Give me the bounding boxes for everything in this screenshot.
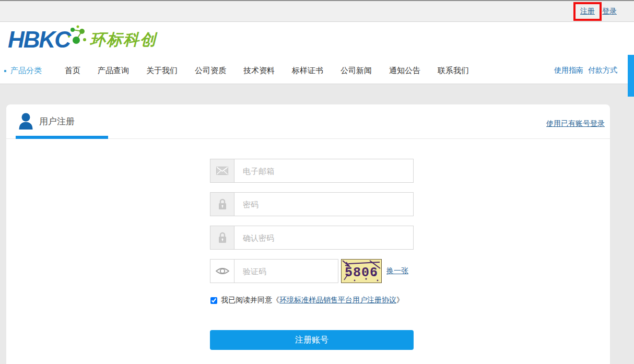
password-field-group [210,192,414,216]
email-field-group [210,159,414,183]
nav-item-about-us[interactable]: 关于我们 [146,66,178,76]
agreement-bracket-close: 》 [396,296,404,305]
nav-item-certificates[interactable]: 标样证书 [292,66,323,76]
captcha-image[interactable]: 5806 [341,259,382,283]
nav-category-label: 产品分类 [10,66,42,76]
confirm-password-field-group [210,226,414,250]
title-underline [16,136,108,139]
mail-icon [210,159,234,182]
top-bar: 注册 登录 [0,0,634,22]
nav-item-contact-us[interactable]: 联系我们 [438,66,469,76]
nav-item-company-news[interactable]: 公司新闻 [341,66,372,76]
nav-item-technical-docs[interactable]: 技术资料 [243,66,275,76]
site-header: HBKC 环标科创 产品分类 首页 产品查询 关于我们 公司资质 技术资料 标样… [0,22,634,84]
user-icon [19,113,33,130]
nav-item-announcements[interactable]: 通知公告 [389,66,420,76]
lock-icon [210,193,234,216]
email-field[interactable] [234,159,413,182]
captcha-refresh-link[interactable]: 换一张 [386,266,408,276]
page-title: 用户注册 [39,115,75,127]
agreement-checkbox[interactable] [210,297,217,304]
nav-item-product-search[interactable]: 产品查询 [98,66,129,76]
logo-abbr-text: HBKC [8,28,70,51]
register-link[interactable]: 注册 [580,7,595,16]
agreement-link[interactable]: 环境标准样品销售平台用户注册协议 [279,296,396,305]
nav-product-category[interactable]: 产品分类 [4,66,42,76]
confirm-password-field[interactable] [234,226,413,249]
main-nav: 产品分类 首页 产品查询 关于我们 公司资质 技术资料 标样证书 公司新闻 通知… [0,66,634,78]
site-logo[interactable]: HBKC 环标科创 [8,28,157,51]
agreement-bracket-open: 《 [272,296,279,305]
existing-account-login-link[interactable]: 使用已有账号登录 [546,119,605,128]
captcha-input[interactable] [234,260,347,283]
register-highlight-box: 注册 [573,2,602,21]
password-field[interactable] [234,193,413,216]
blue-scroll-indicator[interactable] [628,55,634,97]
eye-icon [210,260,234,283]
registration-card: 用户注册 使用已有账号登录 [6,104,610,364]
nav-item-qualifications[interactable]: 公司资质 [195,66,226,76]
nav-menu: 首页 产品查询 关于我们 公司资质 技术资料 标样证书 公司新闻 通知公告 联系… [65,66,469,76]
logo-molecule-icon [66,24,88,48]
nav-item-home[interactable]: 首页 [65,66,80,76]
captcha-code-text: 5806 [345,265,378,280]
captcha-field-group [210,259,338,283]
agreement-row: 我已阅读并同意 《 环境标准样品销售平台用户注册协议 》 [210,296,404,305]
user-guide-link[interactable]: 使用指南 [554,66,583,75]
agreement-text: 我已阅读并同意 [221,296,272,305]
lock-icon [210,226,234,249]
register-submit-button[interactable]: 注册账号 [210,330,414,350]
card-header: 用户注册 使用已有账号登录 [6,104,610,139]
nav-secondary-links: 使用指南 付款方式 [554,66,617,75]
logo-name-text: 环标科创 [90,29,157,51]
login-link[interactable]: 登录 [602,7,617,16]
payment-methods-link[interactable]: 付款方式 [588,66,617,75]
